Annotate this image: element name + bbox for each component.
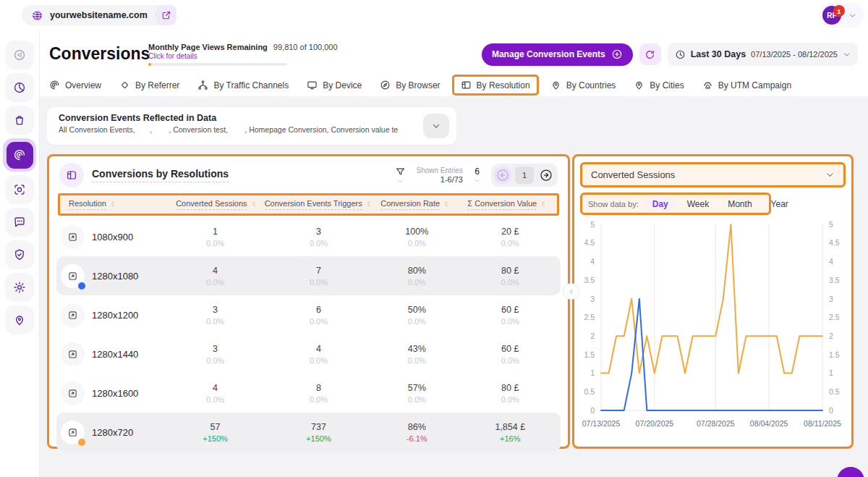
metric-delta: 0.0% [263,278,374,287]
resolution-label: 1280x1600 [92,388,138,399]
table-row[interactable]: 1080x90010.0%30.0%100%0.0%20 £0.0% [56,217,561,256]
period-week[interactable]: Week [679,197,717,211]
column-header-label: Converted Sessions [176,199,247,210]
metric-value: 60 £ [460,344,561,354]
svg-text:4: 4 [829,257,833,266]
tab-label: Overview [65,80,101,90]
account-menu[interactable]: RF 1 [819,3,864,28]
metric-value: 57 [167,422,263,432]
manage-conversion-events-button[interactable]: Manage Conversion Events [482,43,633,66]
column-header-converted-sessions[interactable]: Converted Sessions [169,199,264,210]
column-header-resolution[interactable]: Resolution [60,199,169,210]
metric-value: 4 [167,383,263,393]
period-year[interactable]: Year [763,197,796,211]
tab-by-device[interactable]: By Device [307,80,362,90]
shopping-bag-icon [13,114,26,127]
column-header-conversion-events-triggers[interactable]: Conversion Events Triggers [264,199,373,210]
quota-progress-fill [148,63,151,66]
sidebar-item-shopping-bag[interactable] [5,106,34,135]
tab-label: By Cities [650,80,684,90]
metric-delta: +16% [460,434,561,443]
header-actions: Manage Conversion Events Last 30 Days 07… [482,43,858,66]
svg-text:0: 0 [829,406,833,415]
period-day[interactable]: Day [644,197,676,211]
sidebar-item-retarget[interactable] [5,175,34,204]
table-row[interactable]: 1280x160040.0%80.0%57%0.0%80 £0.0% [56,373,561,413]
refresh-icon [644,49,655,60]
chart-svg: 000.50.5111.51.5222.52.5333.53.5444.54.5… [574,216,849,433]
current-page[interactable]: 1 [515,166,534,184]
table-row[interactable]: 1280x108040.0%70.0%80%0.0%80 £0.0% [56,256,561,295]
tab-by-traffic-channels[interactable]: By Traffic Channels [197,80,289,90]
svg-text:3: 3 [590,295,595,303]
table-row[interactable]: 1280x72057+150%737+150%86%-6.1%1,854 £+1… [56,413,561,452]
table-row[interactable]: 1280x120030.0%60.0%50%0.0%60 £0.0% [56,295,561,334]
metric-select[interactable]: Converted Sessions [580,162,846,187]
sidebar-item-shield-check[interactable] [5,240,34,269]
page-size-value: 6 [475,166,480,177]
filter-button[interactable] [395,166,406,185]
column-header--conversion-value[interactable]: Σ Conversion Value [458,199,557,210]
metric-delta: 0.0% [263,395,374,404]
next-page-button[interactable] [537,166,555,184]
resolution-icon-badge [61,303,85,327]
tab-by-utm-campaign[interactable]: By UTM Campaign [702,80,791,90]
column-header-conversion-rate[interactable]: Conversion Rate [373,199,458,210]
tab-by-countries[interactable]: By Countries [550,80,616,90]
website-selector[interactable]: yourwebsitename.com [22,5,171,25]
svg-text:3.5: 3.5 [584,276,595,284]
sidebar-item-location-pin[interactable] [5,305,34,334]
column-header-label: Resolution [69,199,106,210]
svg-text:2.5: 2.5 [829,313,840,321]
metric-cell: 60.0% [263,305,374,326]
page-size-select[interactable]: 6 [474,166,480,184]
open-website-button[interactable] [156,5,176,25]
period-month[interactable]: Month [720,197,760,211]
metric-cell: 80 £0.0% [460,383,561,404]
date-range-picker[interactable]: Last 30 Days 07/13/2025 - 08/12/2025 [668,43,858,66]
tab-by-referrer[interactable]: By Referrer [119,80,179,90]
table-title: Conversions by Resolutions [92,168,229,182]
metric-value: 1 [167,227,263,237]
sidebar-item-panel-toggle[interactable] [5,41,34,69]
sidebar-item-conversions-spiral[interactable] [3,138,36,172]
quota-details-link[interactable]: Click for details [148,52,338,60]
expand-icon [67,310,78,321]
metric-cell: 57+150% [167,422,263,443]
tab-overview[interactable]: Overview [49,80,101,90]
plus-circle-icon [611,48,623,60]
panel-collapse-handle[interactable] [563,283,579,300]
metric-value: 8 [263,383,374,393]
resolution-icon-badge [61,264,85,288]
resolution-label: 1280x1440 [92,349,138,360]
metric-cell: 40.0% [167,266,263,287]
resolution-label: 1280x720 [92,427,133,438]
traffic-channels-icon [197,80,208,90]
previous-page-button[interactable] [494,166,511,184]
device-icon [307,80,318,90]
metric-delta: 0.0% [460,317,561,326]
tab-by-resolution[interactable]: By Resolution [452,75,539,96]
sidebar-item-pie-chart[interactable] [5,73,34,102]
chart-card: Converted Sessions Show data by: DayWeek… [572,154,854,449]
metric-delta: 0.0% [263,356,374,365]
events-banner-expand-button[interactable] [423,114,449,138]
metric-value: 3 [263,227,374,237]
sidebar-item-chat[interactable] [5,208,34,237]
manage-button-label: Manage Conversion Events [492,49,605,59]
metric-cell: 30.0% [167,344,263,365]
svg-text:0.5: 0.5 [829,387,840,396]
tab-by-browser[interactable]: By Browser [380,80,440,90]
quota-progress-bar [148,63,287,66]
metric-value: 20 £ [460,227,561,237]
metric-value: 3 [167,305,263,315]
refresh-button[interactable] [639,43,661,65]
metric-delta: 0.0% [460,395,561,404]
resolution-cell: 1280x1440 [56,342,167,366]
page-title: Conversions [49,44,150,64]
table-row[interactable]: 1280x144030.0%40.0%43%0.0%60 £0.0% [56,334,561,373]
metric-value: 4 [263,344,374,354]
tab-by-cities[interactable]: By Cities [634,80,684,90]
svg-text:5: 5 [590,220,595,229]
sidebar-item-settings-gear[interactable] [5,273,34,302]
